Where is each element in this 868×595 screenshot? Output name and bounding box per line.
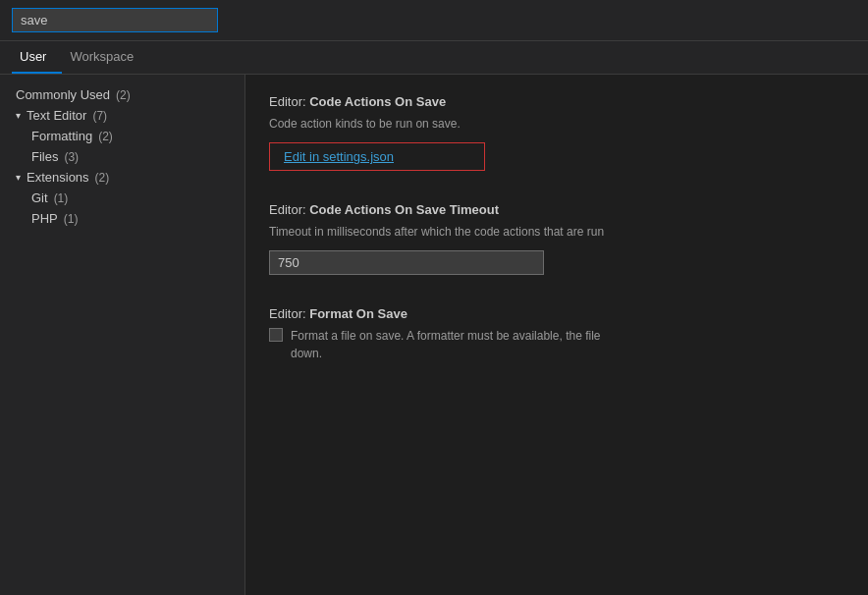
format-on-save-label: Format a file on save. A formatter must … bbox=[291, 327, 601, 362]
tab-workspace[interactable]: Workspace bbox=[62, 41, 149, 74]
sidebar-item-git[interactable]: Git (1) bbox=[0, 188, 244, 208]
sidebar-count-commonly-used: (2) bbox=[116, 88, 131, 102]
sidebar: Commonly Used (2) ▾ Text Editor (7) Form… bbox=[0, 75, 245, 595]
sidebar-count-formatting: (2) bbox=[98, 130, 113, 143]
sidebar-item-label: Extensions bbox=[27, 170, 89, 185]
sidebar-count-php: (1) bbox=[64, 212, 79, 226]
setting-bold-2: Code Actions On Save Timeout bbox=[309, 202, 499, 217]
setting-code-actions-on-save: Editor: Code Actions On Save Code action… bbox=[269, 94, 844, 171]
sidebar-item-text-editor[interactable]: ▾ Text Editor (7) bbox=[0, 105, 244, 126]
setting-code-actions-on-save-timeout: Editor: Code Actions On Save Timeout Tim… bbox=[269, 202, 844, 275]
setting-title-2: Editor: Code Actions On Save Timeout bbox=[269, 202, 844, 217]
setting-prefix-1: Editor: bbox=[269, 94, 309, 109]
timeout-input[interactable] bbox=[269, 250, 544, 275]
sidebar-count-git: (1) bbox=[54, 191, 69, 205]
sidebar-count-files: (3) bbox=[64, 150, 79, 164]
tab-user[interactable]: User bbox=[12, 41, 62, 74]
setting-title-3: Editor: Format On Save bbox=[269, 306, 844, 321]
main-content: Commonly Used (2) ▾ Text Editor (7) Form… bbox=[0, 75, 868, 595]
setting-prefix-2: Editor: bbox=[269, 202, 309, 217]
sidebar-item-extensions[interactable]: ▾ Extensions (2) bbox=[0, 167, 244, 188]
format-on-save-checkbox-row: Format a file on save. A formatter must … bbox=[269, 327, 844, 362]
settings-content: Editor: Code Actions On Save Code action… bbox=[245, 75, 868, 595]
setting-bold-1: Code Actions On Save bbox=[309, 94, 446, 109]
sidebar-item-php[interactable]: PHP (1) bbox=[0, 208, 244, 229]
setting-desc-2: Timeout in milliseconds after which the … bbox=[269, 223, 844, 241]
sidebar-item-label: Git bbox=[31, 190, 48, 205]
search-bar-area bbox=[0, 0, 868, 41]
edit-in-settings-json-button[interactable]: Edit in settings.json bbox=[269, 142, 485, 171]
search-input-wrapper bbox=[12, 8, 218, 32]
sidebar-item-label: Files bbox=[31, 149, 58, 164]
sidebar-count-extensions: (2) bbox=[95, 171, 110, 185]
sidebar-count-text-editor: (7) bbox=[92, 109, 107, 123]
tab-row: User Workspace bbox=[0, 41, 868, 75]
sidebar-item-formatting[interactable]: Formatting (2) bbox=[0, 126, 244, 146]
sidebar-item-files[interactable]: Files (3) bbox=[0, 146, 244, 167]
sidebar-item-label: Formatting bbox=[31, 129, 92, 143]
sidebar-item-commonly-used[interactable]: Commonly Used (2) bbox=[0, 84, 244, 105]
format-on-save-checkbox[interactable] bbox=[269, 328, 283, 342]
search-input[interactable] bbox=[12, 8, 218, 32]
sidebar-item-label: Commonly Used bbox=[16, 87, 110, 102]
sidebar-item-label: Text Editor bbox=[27, 108, 86, 123]
setting-format-on-save: Editor: Format On Save Format a file on … bbox=[269, 306, 844, 362]
setting-bold-3: Format On Save bbox=[309, 306, 407, 321]
setting-title-1: Editor: Code Actions On Save bbox=[269, 94, 844, 109]
setting-desc-1: Code action kinds to be run on save. bbox=[269, 115, 844, 133]
chevron-down-icon: ▾ bbox=[16, 172, 21, 183]
sidebar-item-label: PHP bbox=[31, 211, 58, 226]
setting-prefix-3: Editor: bbox=[269, 306, 309, 321]
chevron-down-icon: ▾ bbox=[16, 110, 21, 121]
